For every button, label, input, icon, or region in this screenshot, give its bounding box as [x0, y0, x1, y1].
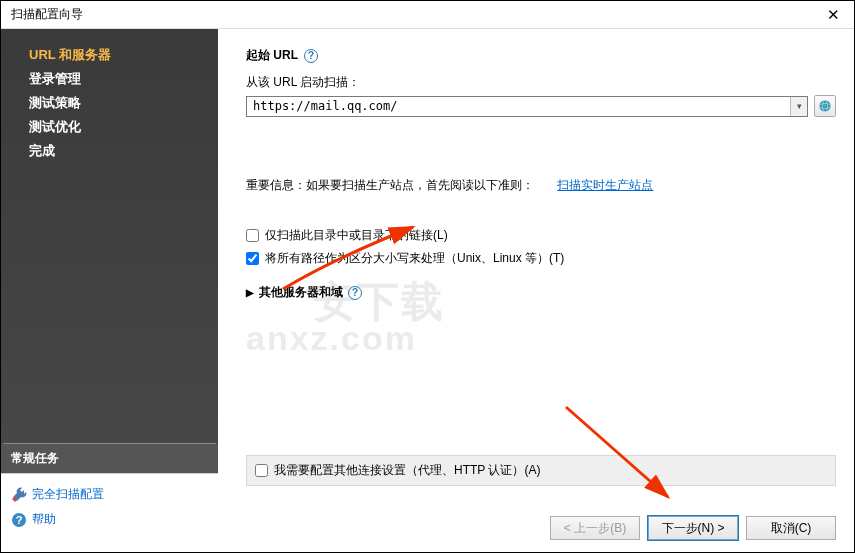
step-url-servers[interactable]: URL 和服务器	[1, 43, 218, 67]
connection-settings-strip: 我需要配置其他连接设置（代理、HTTP 认证）(A)	[246, 455, 836, 486]
wrench-icon	[11, 487, 27, 503]
check-restrict-dir[interactable]: 仅扫描此目录中或目录下的链接(L)	[246, 224, 836, 247]
section-heading: 起始 URL ?	[246, 47, 836, 64]
check-label: 我需要配置其他连接设置（代理、HTTP 认证）(A)	[274, 462, 540, 479]
back-button[interactable]: < 上一步(B)	[550, 516, 640, 540]
info-text: 重要信息：如果要扫描生产站点，首先阅读以下准则：	[246, 178, 534, 192]
help-icon: ?	[11, 512, 27, 528]
main-panel: 起始 URL ? 从该 URL 启动扫描： ▾ 重要信息：如果要扫描生产站点，首…	[218, 29, 854, 552]
connection-settings-checkbox[interactable]	[255, 464, 268, 477]
content-area: 起始 URL ? 从该 URL 启动扫描： ▾ 重要信息：如果要扫描生产站点，首…	[246, 47, 836, 455]
task-help[interactable]: ? 帮助	[9, 507, 210, 532]
check-label: 将所有路径作为区分大小写来处理（Unix、Linux 等）(T)	[265, 250, 564, 267]
url-label: 从该 URL 启动扫描：	[246, 74, 836, 91]
heading-text: 起始 URL	[246, 47, 298, 64]
step-login[interactable]: 登录管理	[1, 67, 218, 91]
wizard-steps: URL 和服务器 登录管理 测试策略 测试优化 完成	[1, 29, 218, 443]
info-row: 重要信息：如果要扫描生产站点，首先阅读以下准则： 扫描实时生产站点	[246, 177, 836, 194]
check-case-sensitive[interactable]: 将所有路径作为区分大小写来处理（Unix、Linux 等）(T)	[246, 247, 836, 270]
expander-label: 其他服务器和域	[259, 284, 343, 301]
sidebar: URL 和服务器 登录管理 测试策略 测试优化 完成 常规任务 完全扫描配置 ?	[1, 29, 218, 552]
start-url-input[interactable]	[247, 97, 790, 116]
task-full-scan-config[interactable]: 完全扫描配置	[9, 482, 210, 507]
case-sensitive-checkbox[interactable]	[246, 252, 259, 265]
other-servers-expander[interactable]: ▶ 其他服务器和域 ?	[246, 284, 836, 301]
tasks-header: 常规任务	[1, 444, 218, 473]
url-row: ▾	[246, 95, 836, 117]
checkbox-group: 仅扫描此目录中或目录下的链接(L) 将所有路径作为区分大小写来处理（Unix、L…	[246, 224, 836, 270]
body: URL 和服务器 登录管理 测试策略 测试优化 完成 常规任务 完全扫描配置 ?	[1, 29, 854, 552]
guidelines-link[interactable]: 扫描实时生产站点	[557, 178, 653, 192]
task-label: 帮助	[32, 511, 56, 528]
browse-url-button[interactable]	[814, 95, 836, 117]
button-row: < 上一步(B) 下一步(N) > 取消(C)	[246, 516, 836, 540]
step-test-optimize[interactable]: 测试优化	[1, 115, 218, 139]
svg-text:?: ?	[16, 514, 23, 526]
step-test-policy[interactable]: 测试策略	[1, 91, 218, 115]
url-combo: ▾	[246, 96, 808, 117]
step-finish[interactable]: 完成	[1, 139, 218, 163]
help-icon[interactable]: ?	[304, 49, 318, 63]
globe-icon	[818, 99, 832, 113]
check-label: 仅扫描此目录中或目录下的链接(L)	[265, 227, 448, 244]
help-icon[interactable]: ?	[348, 286, 362, 300]
chevron-down-icon[interactable]: ▾	[790, 97, 807, 116]
window-title: 扫描配置向导	[11, 6, 83, 23]
tasks-body: 完全扫描配置 ? 帮助	[1, 473, 218, 552]
close-icon[interactable]: ✕	[821, 4, 846, 26]
wizard-window: 扫描配置向导 ✕ URL 和服务器 登录管理 测试策略 测试优化 完成 常规任务…	[0, 0, 855, 553]
task-label: 完全扫描配置	[32, 486, 104, 503]
titlebar: 扫描配置向导 ✕	[1, 1, 854, 29]
next-button[interactable]: 下一步(N) >	[648, 516, 738, 540]
triangle-right-icon: ▶	[246, 287, 254, 298]
restrict-dir-checkbox[interactable]	[246, 229, 259, 242]
cancel-button[interactable]: 取消(C)	[746, 516, 836, 540]
